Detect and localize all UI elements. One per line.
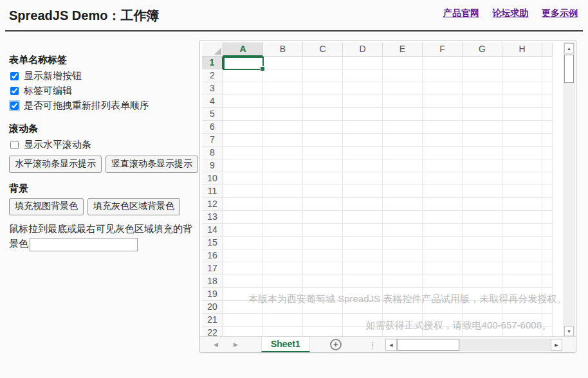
cell-G1[interactable] bbox=[463, 57, 502, 69]
row-header-4[interactable]: 4 bbox=[202, 95, 223, 108]
cell-A20[interactable] bbox=[223, 301, 263, 314]
cell-E14[interactable] bbox=[383, 224, 423, 237]
cell-H13[interactable] bbox=[502, 211, 542, 224]
cell-F13[interactable] bbox=[423, 211, 463, 224]
cell-C19[interactable] bbox=[303, 288, 343, 301]
column-header-E[interactable]: E bbox=[383, 42, 423, 57]
checkbox-row-drag-reorder[interactable]: 是否可拖拽重新排列表单顺序 bbox=[9, 98, 198, 113]
cell-C15[interactable] bbox=[303, 237, 343, 249]
cell-A21[interactable] bbox=[223, 314, 263, 327]
checkbox-row-show-hscrollbar[interactable]: 显示水平滚动条 bbox=[9, 138, 198, 152]
cell-G5[interactable] bbox=[463, 108, 502, 121]
link-product-site[interactable]: 产品官网 bbox=[443, 8, 479, 18]
cell-H12[interactable] bbox=[502, 198, 542, 211]
cell-D22[interactable] bbox=[343, 327, 383, 337]
cell-F17[interactable] bbox=[423, 262, 463, 275]
cell-F21[interactable] bbox=[423, 314, 463, 327]
cell-H8[interactable] bbox=[502, 147, 542, 159]
cell-E11[interactable] bbox=[383, 185, 423, 198]
cell-C6[interactable] bbox=[303, 121, 343, 134]
cell-C16[interactable] bbox=[303, 249, 343, 262]
cell-C21[interactable] bbox=[303, 314, 343, 327]
cell-B5[interactable] bbox=[263, 108, 303, 121]
cell-C18[interactable] bbox=[303, 275, 343, 288]
cell-F15[interactable] bbox=[423, 237, 463, 249]
column-header-B[interactable]: B bbox=[263, 42, 303, 57]
cell-D12[interactable] bbox=[343, 198, 383, 211]
cell-H22[interactable] bbox=[502, 327, 542, 337]
show-add-button-checkbox[interactable] bbox=[10, 72, 19, 80]
cell-D16[interactable] bbox=[343, 249, 383, 262]
cell-D5[interactable] bbox=[343, 108, 383, 121]
cell-F2[interactable] bbox=[423, 69, 463, 82]
cell-B2[interactable] bbox=[263, 69, 303, 82]
cell-C4[interactable] bbox=[303, 95, 343, 108]
row-header-15[interactable]: 15 bbox=[202, 237, 223, 249]
cell-A8[interactable] bbox=[223, 147, 263, 159]
cell-G20[interactable] bbox=[463, 301, 502, 314]
cell-C20[interactable] bbox=[303, 301, 343, 314]
cell-A11[interactable] bbox=[223, 185, 263, 198]
cell-B20[interactable] bbox=[263, 301, 303, 314]
cell-F4[interactable] bbox=[423, 95, 463, 108]
cell-E18[interactable] bbox=[383, 275, 423, 288]
cell-F8[interactable] bbox=[423, 147, 463, 159]
column-header-D[interactable]: D bbox=[343, 42, 383, 57]
row-header-3[interactable]: 3 bbox=[202, 82, 223, 95]
cell-B13[interactable] bbox=[263, 211, 303, 224]
row-header-6[interactable]: 6 bbox=[202, 121, 223, 134]
cell-A1[interactable] bbox=[223, 57, 263, 69]
cell-E10[interactable] bbox=[383, 172, 423, 185]
cell-B15[interactable] bbox=[263, 237, 303, 249]
cell-A12[interactable] bbox=[223, 198, 263, 211]
row-header-1[interactable]: 1 bbox=[202, 57, 223, 69]
cell-G4[interactable] bbox=[463, 95, 502, 108]
cell-E19[interactable] bbox=[383, 288, 423, 301]
cell-D14[interactable] bbox=[343, 224, 383, 237]
cell-E21[interactable] bbox=[383, 314, 423, 327]
cell-F19[interactable] bbox=[423, 288, 463, 301]
hscroll-tip-button[interactable]: 水平滚动条显示提示 bbox=[9, 156, 102, 173]
cell-E13[interactable] bbox=[383, 211, 423, 224]
cell-A5[interactable] bbox=[223, 108, 263, 121]
cell-C9[interactable] bbox=[303, 159, 343, 172]
vertical-scrollbar-thumb[interactable] bbox=[564, 55, 574, 83]
cell-D15[interactable] bbox=[343, 237, 383, 249]
cell-A19[interactable] bbox=[223, 288, 263, 301]
cell-D21[interactable] bbox=[343, 314, 383, 327]
row-header-22[interactable]: 22 bbox=[202, 327, 223, 337]
cell-G8[interactable] bbox=[463, 147, 502, 159]
cell-F6[interactable] bbox=[423, 121, 463, 134]
cell-H3[interactable] bbox=[502, 82, 542, 95]
sheet-tab-sheet1[interactable]: Sheet1 bbox=[261, 337, 310, 352]
row-header-9[interactable]: 9 bbox=[202, 159, 223, 172]
cell-G12[interactable] bbox=[463, 198, 502, 211]
cell-A22[interactable] bbox=[223, 327, 263, 337]
cell-A18[interactable] bbox=[223, 275, 263, 288]
cell-E4[interactable] bbox=[383, 95, 423, 108]
cell-F18[interactable] bbox=[423, 275, 463, 288]
cell-E3[interactable] bbox=[383, 82, 423, 95]
cell-G11[interactable] bbox=[463, 185, 502, 198]
horizontal-scrollbar[interactable]: ◀ ▶ bbox=[385, 339, 562, 351]
row-header-11[interactable]: 11 bbox=[202, 185, 223, 198]
cell-C17[interactable] bbox=[303, 262, 343, 275]
cell-H17[interactable] bbox=[502, 262, 542, 275]
cell-D3[interactable] bbox=[343, 82, 383, 95]
fill-gray-area-backcolor-button[interactable]: 填充灰色区域背景色 bbox=[87, 198, 180, 215]
row-header-14[interactable]: 14 bbox=[202, 224, 223, 237]
cell-C3[interactable] bbox=[303, 82, 343, 95]
cell-H15[interactable] bbox=[502, 237, 542, 249]
row-header-2[interactable]: 2 bbox=[202, 69, 223, 82]
row-header-18[interactable]: 18 bbox=[202, 275, 223, 288]
cell-E2[interactable] bbox=[383, 69, 423, 82]
cell-D6[interactable] bbox=[343, 121, 383, 134]
cell-H18[interactable] bbox=[502, 275, 542, 288]
cell-F14[interactable] bbox=[423, 224, 463, 237]
column-header-F[interactable]: F bbox=[423, 42, 463, 57]
cell-G17[interactable] bbox=[463, 262, 502, 275]
horizontal-scrollbar-thumb[interactable] bbox=[398, 339, 459, 351]
link-forum-help[interactable]: 论坛求助 bbox=[493, 8, 529, 18]
cell-D18[interactable] bbox=[343, 275, 383, 288]
cell-B14[interactable] bbox=[263, 224, 303, 237]
